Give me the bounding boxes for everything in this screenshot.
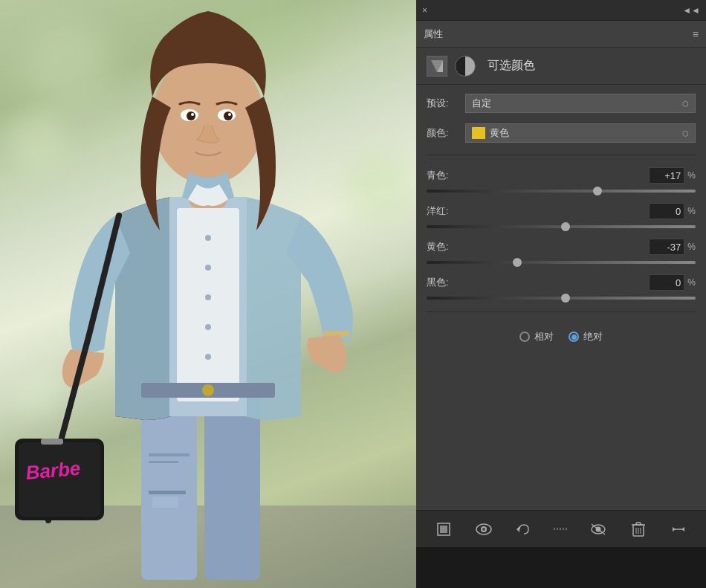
svg-point-22: [224, 112, 233, 120]
magenta-thumb[interactable]: [561, 222, 570, 231]
adj-icons-row: 可选颜色: [416, 48, 706, 85]
svg-point-10: [202, 384, 214, 396]
cyan-track[interactable]: [427, 190, 696, 193]
cyan-slider-section: 青色: +17 %: [427, 167, 696, 193]
magenta-label: 洋红:: [427, 204, 449, 218]
panel-menu-icon[interactable]: ≡: [693, 28, 699, 40]
svg-rect-6: [152, 497, 178, 508]
cyan-thumb[interactable]: [593, 187, 602, 196]
svg-marker-36: [516, 526, 519, 532]
preset-value: 自定: [472, 97, 491, 110]
black-track[interactable]: [427, 297, 696, 300]
preset-label: 预设:: [427, 97, 458, 110]
svg-rect-3: [149, 453, 190, 456]
preset-dropdown[interactable]: 自定 ⬡: [465, 94, 696, 113]
preset-row: 预设: 自定 ⬡: [427, 94, 696, 113]
svg-rect-28: [41, 439, 63, 445]
bottom-toolbar: [416, 510, 706, 547]
cyan-label: 青色:: [427, 169, 449, 182]
toolbar-visibility-button[interactable]: [473, 519, 494, 540]
magenta-slider-section: 洋红: 0 %: [427, 203, 696, 228]
magenta-slider-header: 洋红: 0 %: [427, 203, 696, 219]
toolbar-preview-button[interactable]: [588, 519, 609, 540]
right-panel: × ◄◄ 属性 ≡ 可选颜色 预设: 自定 ⬡: [416, 0, 706, 588]
svg-point-11: [205, 235, 211, 241]
panel-header-right: ≡: [693, 28, 699, 40]
color-dropdown-arrow: ⬡: [682, 129, 689, 138]
black-thumb[interactable]: [561, 294, 570, 303]
color-label: 颜色:: [427, 126, 458, 140]
color-row: 颜色: 黄色 ⬡: [427, 123, 696, 143]
radio-absolute-label: 绝对: [583, 330, 603, 343]
preset-dropdown-arrow: ⬡: [682, 100, 689, 108]
yellow-thumb[interactable]: [513, 258, 522, 267]
radio-absolute-inner: [571, 335, 577, 340]
radio-relative-label: 相对: [534, 330, 554, 343]
color-dropdown-content: 黄色: [472, 126, 682, 140]
svg-rect-5: [149, 491, 186, 494]
magenta-track[interactable]: [427, 225, 696, 228]
svg-point-12: [205, 265, 211, 271]
svg-point-13: [205, 294, 211, 300]
svg-point-14: [205, 324, 211, 330]
person-illustration: Barbe: [0, 0, 416, 588]
adjustment-title: 可选颜色: [488, 58, 535, 74]
svg-rect-32: [440, 526, 447, 533]
black-value-group: 0 %: [649, 274, 696, 291]
cyan-slider-header: 青色: +17 %: [427, 167, 696, 184]
black-label: 黑色:: [427, 276, 449, 289]
toolbar-delete-button[interactable]: [628, 519, 649, 540]
photo-area: Barbe: [0, 0, 416, 588]
radio-absolute[interactable]: 绝对: [569, 330, 603, 343]
radio-relative-outer[interactable]: [519, 332, 530, 342]
svg-point-15: [205, 354, 211, 360]
yellow-slider-section: 黄色: -37 %: [427, 239, 696, 264]
top-bar-left: ×: [422, 5, 427, 16]
yellow-slider-header: 黄色: -37 %: [427, 239, 696, 255]
panel-title: 属性: [424, 28, 443, 41]
toolbar-expand-button[interactable]: [668, 519, 689, 540]
magenta-value-group: 0 %: [649, 203, 696, 219]
bottom-strip: [416, 547, 706, 588]
radio-row: 相对 绝对: [427, 324, 696, 349]
divider-2: [427, 311, 696, 312]
svg-point-24: [228, 113, 231, 116]
yellow-label: 黄色:: [427, 240, 449, 253]
collapse-button[interactable]: ◄◄: [682, 5, 700, 16]
svg-rect-4: [149, 461, 178, 463]
radio-relative[interactable]: 相对: [519, 330, 554, 343]
magenta-unit: %: [687, 206, 696, 216]
toolbar-drag-handle[interactable]: [554, 528, 569, 530]
cyan-value-group: +17 %: [649, 167, 696, 184]
radio-absolute-outer[interactable]: [569, 332, 579, 342]
adjustment-mask-icon[interactable]: [427, 56, 447, 77]
black-value[interactable]: 0: [649, 274, 684, 291]
close-button[interactable]: ×: [422, 5, 427, 16]
black-slider-header: 黑色: 0 %: [427, 274, 696, 291]
svg-point-21: [187, 112, 195, 120]
yellow-track[interactable]: [427, 261, 696, 264]
yellow-unit: %: [687, 242, 696, 252]
svg-rect-1: [141, 394, 197, 580]
color-value: 黄色: [490, 126, 509, 140]
svg-point-35: [482, 528, 485, 531]
svg-text:Barbe: Barbe: [25, 457, 81, 484]
toolbar-layercomp-button[interactable]: [433, 519, 454, 540]
magenta-value[interactable]: 0: [649, 203, 684, 219]
adjustment-circle-icon[interactable]: [455, 56, 476, 77]
cyan-value[interactable]: +17: [649, 167, 684, 184]
black-unit: %: [687, 277, 696, 288]
divider-1: [427, 155, 696, 155]
color-swatch: [472, 127, 485, 139]
toolbar-undo-button[interactable]: [514, 519, 534, 540]
svg-marker-47: [673, 527, 676, 532]
cyan-unit: %: [687, 170, 696, 181]
yellow-value-group: -37 %: [649, 239, 696, 255]
svg-point-23: [191, 113, 194, 116]
black-slider-section: 黑色: 0 %: [427, 274, 696, 300]
panel-header: 属性 ≡: [416, 21, 706, 48]
svg-point-18: [152, 54, 264, 184]
yellow-value[interactable]: -37: [649, 239, 684, 255]
color-dropdown[interactable]: 黄色 ⬡: [465, 123, 696, 143]
svg-rect-42: [636, 523, 641, 525]
